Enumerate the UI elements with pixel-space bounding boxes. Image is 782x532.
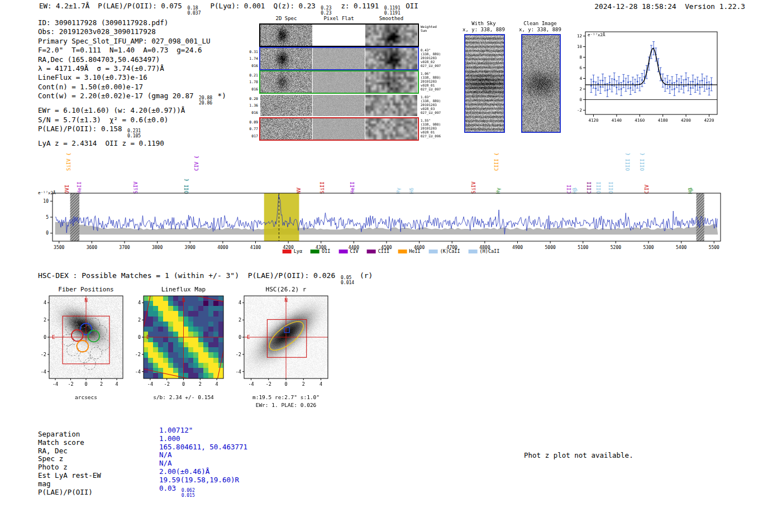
fiber-circle xyxy=(88,318,100,330)
tick-label: 0 xyxy=(239,334,241,340)
fraction-limits: 0.050.014 xyxy=(341,276,354,286)
fiber-circle xyxy=(77,317,89,328)
legend-item: (K)CaII xyxy=(429,248,460,254)
fraction-sub: 0.015 xyxy=(182,493,195,499)
match-label: Match score xyxy=(38,439,159,447)
tick-label: 4220 xyxy=(704,118,714,123)
tick-label: 0 xyxy=(44,334,46,340)
fiber-circle xyxy=(98,339,109,351)
match-row: Spec zN/A xyxy=(38,455,247,463)
fraction-limits: 0.180.037 xyxy=(187,6,201,16)
data-point xyxy=(593,81,594,83)
data-point xyxy=(667,82,669,83)
data-point xyxy=(692,81,694,83)
tick-label: 3500 xyxy=(54,245,64,250)
text-segment: z: 0.1191 xyxy=(332,2,383,10)
panel-axes: -4-4-2-2002244NE xyxy=(28,295,135,399)
fraction-sub: 0.105 xyxy=(127,134,141,139)
plot-shape xyxy=(135,295,233,385)
spectral-line-label: CIV { xyxy=(194,156,199,171)
cutout-smooth-image xyxy=(365,48,417,69)
tick-label: 4160 xyxy=(635,118,645,123)
cutout-flat-image xyxy=(313,48,365,69)
fiber-circle xyxy=(62,334,74,346)
text-segment: λ = 4171.49Å σ = 3.74(±0.77)Å xyxy=(38,64,164,73)
fraction-sub: 0.037 xyxy=(187,11,201,16)
tick-label: 2 xyxy=(239,317,241,323)
cutout-col-header: Smoothed xyxy=(365,16,417,21)
match-value: N/A xyxy=(159,459,172,468)
data-point xyxy=(674,88,675,90)
panel-axes: -4-4-2-2002244NE xyxy=(223,295,340,399)
clean-image-coords: x, y: 338, 889 xyxy=(513,27,568,33)
fiber-circle xyxy=(79,351,90,363)
data-point xyxy=(632,83,633,85)
spectral-line-label: CIII { xyxy=(494,152,499,171)
cutout-flat-image xyxy=(313,95,365,116)
tick-label: 0 xyxy=(84,381,87,387)
axis-annotation: e⁻¹⁷x2Å xyxy=(38,190,56,195)
match-value: N/A xyxy=(159,451,172,459)
header-stats: EW: 4.2±1.7Å P(LAE)/P(OII): 0.075 0.180.… xyxy=(39,2,418,16)
cutout-col-header: Pixel Flat xyxy=(313,16,365,21)
info-line: Primary Spec_Slot_IFU_AMP: 027_098_001_L… xyxy=(38,37,226,46)
fraction-limits: 0.0620.015 xyxy=(182,488,195,499)
panel-title: Fiber Positions xyxy=(49,286,123,293)
tick-label: 4 xyxy=(320,381,322,387)
legend-item: CIV xyxy=(338,248,358,254)
legend-swatch xyxy=(469,250,478,253)
tick-label: 4180 xyxy=(658,118,669,123)
zoom-spectrum-plot: -2024681012412041404160418042004220e⁻¹⁷x… xyxy=(566,26,724,128)
tick-label: 0 xyxy=(284,381,287,387)
tick-label: -2 xyxy=(41,352,46,357)
data-point xyxy=(635,85,636,87)
cutout-spec-image xyxy=(260,48,312,69)
match-label: mag xyxy=(38,480,159,488)
fraction-sub: 20.86 xyxy=(199,101,212,106)
tick-label: -2 xyxy=(135,352,141,357)
tick-label: 4140 xyxy=(612,118,622,123)
tick-label: 0 xyxy=(46,231,49,236)
legend-item: OII xyxy=(311,248,330,254)
data-point xyxy=(641,79,643,81)
data-point xyxy=(618,83,620,84)
legend-swatch xyxy=(398,250,407,253)
cutout-row-info: 0.43" (338, 889) 20191203 v028_02 027_LU… xyxy=(421,49,455,68)
tick-label: 5400 xyxy=(676,245,686,250)
tick-label: 2 xyxy=(302,381,305,387)
fraction-limits: 0.11910.1191 xyxy=(384,6,400,16)
tick-label: 4 xyxy=(216,381,218,387)
panel-xlabel: s/b: 2.34 +/- 0.154 xyxy=(139,394,228,400)
text-segment: P(Lyα): 0.001 Q(z): 0.23 xyxy=(202,2,320,10)
map-footprint xyxy=(135,295,233,385)
info-line: S/N = 5.7(±1.3) χ² = 0.6(±0.0) xyxy=(38,116,226,124)
match-row: mag19.59(19.58,19.60)R xyxy=(38,480,247,488)
tick-label: 3600 xyxy=(87,245,97,250)
fraction-limits: 0.230.23 xyxy=(321,6,331,16)
match-value: 2.00(±0.46)Å xyxy=(159,468,209,476)
info-line: Cont(n) = 1.50(±0.00)e-17 xyxy=(38,83,226,92)
fraction-sub: 0.014 xyxy=(341,281,354,286)
masked-band-hatch xyxy=(697,193,704,241)
tick-label: 4900 xyxy=(512,245,523,250)
selected-fiber-circle xyxy=(77,341,89,352)
tick-label: 2 xyxy=(44,317,46,323)
info-line: Cont(w) = 2.20(±0.02)e-17 (gmag 20.87 20… xyxy=(38,92,226,106)
tick-label: -2 xyxy=(236,352,241,357)
compass-east: E xyxy=(52,334,55,340)
plot-frame xyxy=(585,32,717,114)
tick-label: 5000 xyxy=(545,245,556,250)
legend-label: CIV xyxy=(350,248,358,254)
cutout-spec-image xyxy=(260,25,312,46)
with-sky-image xyxy=(464,34,505,133)
panel-hsc-r: HSC(26.2) r-4-4-2-2002244NEm:19.5 re:2.7… xyxy=(223,286,349,415)
tick-label: 4 xyxy=(138,300,141,305)
cutout-smooth-image xyxy=(365,95,417,116)
info-line: F=2.0" T=0.111 N=1.40 A=0.73 g=24.6 xyxy=(38,46,226,55)
tick-label: 6 xyxy=(579,65,582,70)
data-point xyxy=(680,82,682,84)
tick-label: 4100 xyxy=(250,245,261,250)
cutout-row-weights: 0.31 1.74 016 xyxy=(246,49,258,69)
match-label: Est LyA rest-EW xyxy=(38,472,159,480)
panel-xlabel2: EWr: 1. PLAE: 0.026 xyxy=(241,402,331,408)
